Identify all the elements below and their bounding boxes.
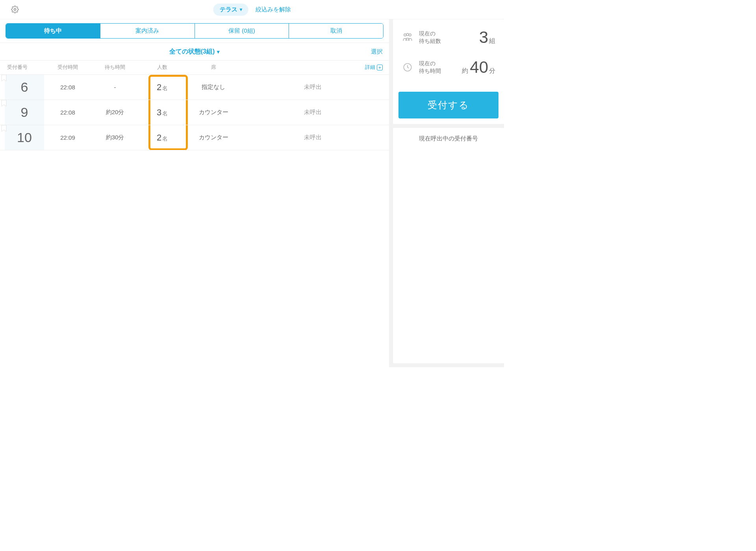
reception-time: 22:09	[44, 134, 91, 141]
col-number: 受付番号	[5, 64, 44, 71]
ticket-number: 9	[5, 100, 44, 125]
wait-time: -	[91, 84, 139, 91]
calling-panel: 現在呼出中の受付番号	[393, 128, 504, 363]
party-size: 3名	[139, 107, 186, 118]
select-button[interactable]: 選択	[371, 48, 383, 55]
plus-icon: +	[377, 65, 383, 70]
svg-point-1	[404, 34, 406, 36]
queue-panel: 待ち中 案内済み 保留 (0組) 取消 全ての状態(3組) ▾ 選択 受付番号 …	[0, 19, 389, 367]
status-tabs: 待ち中 案内済み 保留 (0組) 取消	[6, 23, 384, 39]
wait-time-l2: 待ち時間	[419, 67, 441, 75]
state-filter-dropdown[interactable]: 全ての状態(3組) ▾	[169, 48, 220, 56]
col-wait: 待ち時間	[91, 64, 139, 71]
seat-type: カウンター	[186, 109, 241, 116]
tab-waiting[interactable]: 待ち中	[6, 24, 100, 38]
svg-point-3	[409, 34, 411, 36]
clock-icon	[402, 62, 413, 72]
ticket-number: 10	[5, 125, 44, 150]
tab-cancel[interactable]: 取消	[289, 24, 383, 38]
tab-guided[interactable]: 案内済み	[100, 24, 195, 38]
calling-title: 現在呼出中の受付番号	[393, 128, 504, 150]
chevron-down-icon: ▾	[240, 7, 242, 12]
bookmark-icon	[1, 75, 7, 82]
call-status: 未呼出	[241, 83, 384, 91]
wait-time-l1: 現在の	[419, 60, 441, 67]
wait-time: 約30分	[91, 134, 139, 141]
party-size: 2名	[139, 82, 186, 92]
filter-dropdown[interactable]: テラス ▾	[213, 4, 248, 16]
filter-label: テラス	[220, 6, 237, 13]
app-header: テラス ▾ 絞込みを解除	[0, 0, 504, 19]
wait-time-value: 40	[470, 58, 488, 77]
accept-button[interactable]: 受付する	[398, 92, 498, 118]
call-status: 未呼出	[241, 109, 384, 116]
wait-time-prefix: 約	[462, 67, 468, 75]
wait-groups-value: 3	[479, 28, 488, 47]
clear-filter-link[interactable]: 絞込みを解除	[256, 6, 291, 13]
svg-point-2	[406, 33, 409, 36]
seat-type: 指定なし	[186, 83, 241, 91]
col-count: 人数	[139, 64, 186, 71]
wait-groups-unit: 組	[489, 37, 495, 45]
call-status: 未呼出	[241, 134, 384, 141]
table-header: 受付番号 受付時間 待ち時間 人数 席 詳細 +	[0, 61, 389, 75]
tab-hold[interactable]: 保留 (0組)	[195, 24, 289, 38]
party-size: 2名	[139, 133, 186, 143]
state-filter-label: 全ての状態(3組)	[169, 48, 215, 56]
reception-time: 22:08	[44, 84, 91, 91]
wait-time: 約20分	[91, 109, 139, 116]
detail-add[interactable]: 詳細 +	[241, 64, 384, 71]
col-time: 受付時間	[44, 64, 91, 71]
summary-panel: 現在の 待ち組数 3 組	[393, 19, 504, 124]
people-icon	[402, 31, 413, 43]
seat-type: カウンター	[186, 134, 241, 141]
bookmark-icon	[1, 100, 7, 107]
svg-point-0	[14, 9, 16, 11]
reception-time: 22:08	[44, 109, 91, 116]
col-seat: 席	[186, 64, 241, 71]
queue-rows: 622:08-2名指定なし未呼出922:08約20分3名カウンター未呼出1022…	[0, 75, 389, 150]
table-row[interactable]: 1022:09約30分2名カウンター未呼出	[0, 125, 389, 150]
ticket-number: 6	[5, 75, 44, 100]
chevron-down-icon: ▾	[217, 49, 220, 55]
table-row[interactable]: 922:08約20分3名カウンター未呼出	[0, 100, 389, 125]
wait-groups-l1: 現在の	[419, 30, 441, 37]
bookmark-icon	[1, 125, 7, 132]
wait-time-unit: 分	[489, 67, 495, 75]
col-detail-label: 詳細	[365, 64, 375, 71]
gear-icon[interactable]	[11, 6, 19, 13]
table-row[interactable]: 622:08-2名指定なし未呼出	[0, 75, 389, 100]
wait-groups-l2: 待ち組数	[419, 37, 441, 45]
